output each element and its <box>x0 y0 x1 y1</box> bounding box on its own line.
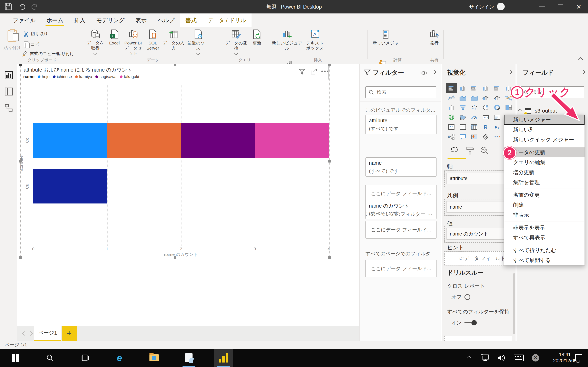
analytics-tab-icon[interactable] <box>480 146 489 155</box>
format-tab-icon[interactable] <box>466 146 475 155</box>
page-filter-more-icon[interactable]: … <box>427 210 432 216</box>
collapse-table-chevron-icon[interactable] <box>518 109 522 113</box>
keep-all-filters-toggle[interactable]: オン <box>451 319 477 326</box>
task-view-button[interactable] <box>76 349 94 367</box>
100-stacked-bar-chart-icon[interactable] <box>493 83 502 92</box>
page-tab[interactable]: ページ1 <box>34 326 61 341</box>
clustered-column-chart-icon[interactable] <box>481 83 490 92</box>
model-view-icon[interactable] <box>4 104 13 112</box>
bar-segment[interactable] <box>181 123 255 158</box>
taskbar-search-button[interactable] <box>41 349 59 367</box>
close-button[interactable]: ✕ <box>570 0 588 13</box>
paste-button[interactable]: 貼り付け <box>3 29 21 50</box>
fields-tab-icon[interactable] <box>451 147 460 155</box>
redo-icon[interactable] <box>31 2 39 11</box>
gauge-icon[interactable] <box>470 113 479 122</box>
ime-tray-icon[interactable] <box>512 349 526 367</box>
decomposition-tree-icon[interactable] <box>447 133 456 141</box>
restore-button[interactable] <box>551 0 570 13</box>
resize-handle[interactable] <box>19 160 22 162</box>
new-visual-button[interactable]: 新しいビジュアル <box>270 27 304 58</box>
get-data-button[interactable]: データを取得 <box>85 27 106 58</box>
context-menu-item[interactable]: 新しい列 <box>504 125 585 135</box>
start-button[interactable] <box>6 349 25 367</box>
undo-icon[interactable] <box>17 2 26 11</box>
table-item-s3-output[interactable]: s3-output <box>519 108 557 114</box>
resize-handle[interactable] <box>328 256 331 259</box>
filter-search-input[interactable]: 検索 <box>365 86 436 98</box>
text-box-button[interactable]: A テキスト ボックス <box>305 27 325 58</box>
resize-handle[interactable] <box>328 64 331 66</box>
ribbon-tab[interactable]: ホーム <box>41 13 69 27</box>
ribbon-tab[interactable]: ファイル <box>7 13 41 27</box>
format-painter-button[interactable]: 書式のコピー/貼り付け <box>22 50 74 57</box>
stacked-bar-chart-icon[interactable] <box>447 83 456 92</box>
bar-segment[interactable] <box>255 123 329 158</box>
filled-map-icon[interactable] <box>458 113 467 122</box>
page-filter-drop-area[interactable]: ここにデータ フィールド... <box>365 221 437 239</box>
cross-report-toggle[interactable]: オフ <box>451 294 477 300</box>
context-menu-item[interactable]: すべて再表示 <box>504 233 585 243</box>
legend-item[interactable]: sagisawa <box>95 75 116 79</box>
scatter-chart-icon[interactable] <box>470 103 479 112</box>
context-menu-item[interactable]: 集計を管理 <box>504 177 585 187</box>
file-explorer-button[interactable] <box>145 349 163 367</box>
publish-button[interactable]: 発行 <box>426 27 442 58</box>
all-pages-filter-drop-area[interactable]: ここにデータ フィールド... <box>365 260 437 277</box>
data-view-icon[interactable] <box>4 87 13 96</box>
stacked-bar-chart-visual[interactable] <box>20 65 329 257</box>
power-bi-datasets-button[interactable]: Power BI データセット <box>123 27 143 58</box>
sql-server-button[interactable]: SQL Server <box>144 27 161 58</box>
pie-chart-icon[interactable] <box>481 103 490 112</box>
bar-segment[interactable] <box>33 123 107 158</box>
axis-field-pill[interactable]: attribute <box>446 173 511 184</box>
avatar[interactable] <box>497 3 505 10</box>
ribbon-tab[interactable]: 書式 <box>180 13 202 27</box>
waterfall-chart-icon[interactable] <box>447 103 456 112</box>
clustered-bar-chart-icon[interactable] <box>470 83 479 92</box>
visual-filter-icon[interactable] <box>298 68 305 75</box>
slicer-icon[interactable] <box>447 123 456 131</box>
donut-chart-icon[interactable] <box>493 103 502 112</box>
bar-segment[interactable] <box>33 169 107 203</box>
context-menu-item[interactable]: クエリの編集 <box>504 157 585 167</box>
action-center-button[interactable] <box>572 349 586 367</box>
legend-item[interactable]: kamiya <box>75 75 92 79</box>
stacked-column-chart-icon[interactable] <box>458 83 467 92</box>
filter-card[interactable]: attribute(すべて) です <box>365 115 437 134</box>
qa-visual-icon[interactable] <box>458 133 467 141</box>
values-field-pill[interactable]: name のカウント <box>446 228 511 240</box>
stacked-area-chart-icon[interactable] <box>470 93 479 102</box>
resize-handle[interactable] <box>174 64 176 66</box>
power-bi-taskbar-button[interactable] <box>214 349 233 367</box>
context-menu-item[interactable]: 削除 <box>504 200 585 210</box>
legend-item[interactable]: hojo <box>38 75 50 79</box>
r-script-visual-icon[interactable]: R <box>481 123 490 131</box>
context-menu-item[interactable]: すべて折りたたむ <box>504 245 585 255</box>
eye-icon[interactable] <box>420 71 427 75</box>
internet-explorer-button[interactable]: e <box>110 349 129 367</box>
line-chart-icon[interactable] <box>447 93 456 102</box>
add-page-button[interactable]: + <box>62 326 77 341</box>
copy-button[interactable]: コピー <box>23 41 44 48</box>
refresh-button[interactable]: 更新 <box>249 27 265 58</box>
resize-handle[interactable] <box>19 64 22 66</box>
filter-card[interactable]: name(すべて) です <box>365 157 437 176</box>
arcgis-map-icon[interactable] <box>470 133 479 141</box>
recent-sources-button[interactable]: 最近のソース <box>186 27 211 58</box>
legend-item[interactable]: takagaki <box>120 75 139 79</box>
save-icon[interactable] <box>4 2 12 11</box>
notepad-button[interactable] <box>180 349 198 367</box>
context-menu-item[interactable]: 名前の変更 <box>504 190 585 200</box>
resize-handle[interactable] <box>19 256 22 259</box>
power-apps-icon[interactable] <box>481 133 490 141</box>
context-menu-item[interactable]: すべて展開する <box>504 255 585 265</box>
ribbon-tab[interactable]: ヘルプ <box>152 13 180 27</box>
new-measure-button[interactable]: 新しいメジャー <box>371 27 401 58</box>
more-visuals-icon[interactable] <box>493 133 502 141</box>
enter-data-button[interactable]: データの入力 <box>162 27 185 58</box>
map-icon[interactable] <box>447 113 456 122</box>
volume-tray-icon[interactable] <box>494 349 508 367</box>
area-chart-icon[interactable] <box>458 93 467 102</box>
drillthrough-drop-area[interactable]: ドリルスルー フィールド <box>444 336 512 341</box>
